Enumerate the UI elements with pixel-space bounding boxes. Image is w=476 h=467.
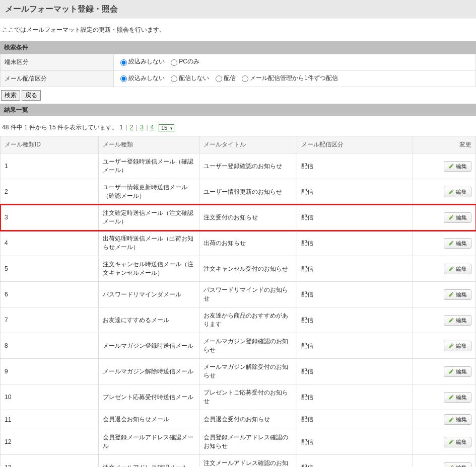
terminal-radio-pc[interactable]: PCのみ: [168, 57, 199, 66]
edit-icon: [448, 343, 454, 349]
th-mail-dist: メール配信区分: [297, 136, 413, 153]
edit-button[interactable]: 編集: [444, 414, 471, 425]
edit-icon: [448, 163, 454, 169]
edit-icon: [448, 291, 454, 297]
dist-radio-none[interactable]: 絞込みしない: [118, 74, 165, 83]
edit-button[interactable]: 編集: [444, 161, 471, 172]
th-edit: 変更: [413, 136, 476, 153]
cell-mail-dist: 配信: [297, 179, 413, 205]
dist-radio-send[interactable]: 配信: [213, 74, 236, 83]
cell-edit: 編集: [413, 282, 476, 307]
page-link[interactable]: 3: [140, 124, 144, 131]
edit-button[interactable]: 編集: [444, 289, 471, 300]
cell-mail-type: パスワードリマインダメール: [98, 282, 199, 307]
cell-mail-type: ユーザー情報更新時送信メール（確認メール）: [98, 179, 199, 205]
edit-icon: [448, 417, 454, 423]
search-button[interactable]: 検索: [1, 90, 20, 101]
cell-mail-title: 注文キャンセル受付のお知らせ: [199, 256, 297, 282]
terminal-radio-none[interactable]: 絞込みしない: [118, 57, 165, 66]
dist-radio-nosend-input[interactable]: [171, 75, 177, 82]
edit-button[interactable]: 編集: [444, 315, 471, 326]
dist-radio-peritem-input[interactable]: [242, 75, 248, 82]
cell-mail-id: 3: [1, 205, 99, 230]
th-mail-id: メール種類ID: [1, 136, 99, 153]
cell-mail-dist: 配信: [297, 384, 413, 410]
cell-mail-title: 会員登録メールアドレス確認のお知らせ: [199, 429, 297, 455]
edit-button-label: 編集: [456, 394, 467, 401]
cell-edit: 編集: [413, 205, 476, 230]
result-summary: 48 件中 1 件から 15 件を表示しています。: [2, 124, 118, 131]
dist-radio-nosend[interactable]: 配信しない: [168, 74, 209, 83]
edit-icon: [448, 368, 454, 374]
edit-button[interactable]: 編集: [444, 238, 471, 249]
edit-button[interactable]: 編集: [444, 366, 471, 377]
cell-edit: 編集: [413, 455, 476, 468]
cell-mail-title: パスワードリマインドのお知らせ: [199, 282, 297, 307]
edit-button[interactable]: 編集: [444, 462, 471, 468]
cell-mail-title: お友達から商品のおすすめがあります: [199, 307, 297, 333]
edit-button-label: 編集: [456, 188, 467, 196]
table-row: 3注文確定時送信メール（注文確認メール）注文受付のお知らせ配信編集: [1, 205, 476, 230]
dist-radio-none-input[interactable]: [120, 75, 127, 82]
terminal-radio-pc-input[interactable]: [171, 59, 177, 66]
cell-mail-title: プレゼントご応募受付のお知らせ: [199, 384, 297, 410]
dist-radio-peritem-label: メール配信管理から1件ずつ配信: [250, 74, 338, 83]
cell-mail-id: 10: [1, 384, 99, 410]
terminal-radio-none-label: 絞込みしない: [128, 57, 165, 66]
edit-button[interactable]: 編集: [444, 437, 471, 447]
cell-mail-id: 11: [1, 410, 99, 429]
dist-radio-peritem[interactable]: メール配信管理から1件ずつ配信: [239, 74, 338, 83]
table-row: 13注文メールアドレス確認メール注文メールアドレス確認のお知らせ配信編集: [1, 455, 476, 468]
page-link[interactable]: 4: [151, 124, 154, 131]
page-link[interactable]: 2: [130, 124, 133, 131]
cell-mail-type: メールマガジン解除時送信メール: [98, 359, 199, 384]
edit-button-label: 編集: [456, 163, 467, 170]
table-row: 4出荷処理時送信メール（出荷お知らせメール）出荷のお知らせ配信編集: [1, 230, 476, 256]
back-button[interactable]: 戻る: [22, 90, 41, 101]
cell-edit: 編集: [413, 384, 476, 410]
edit-icon: [448, 317, 454, 323]
distribution-type-label: メール配信区分: [1, 70, 114, 87]
page-description: ここではメールフォーマット設定の更新・照会を行います。: [0, 19, 476, 41]
edit-button[interactable]: 編集: [444, 212, 471, 223]
table-row: 11会員退会お知らせメール会員退会受付のお知らせ配信編集: [1, 410, 476, 429]
results-table: メール種類ID メール種類 メールタイトル メール配信区分 変更 1ユーザー登録…: [0, 136, 476, 467]
dist-radio-send-input[interactable]: [216, 75, 222, 82]
table-row: 5注文キャンセル時送信メール（注文キャンセルメール）注文キャンセル受付のお知らせ…: [1, 256, 476, 282]
cell-edit: 編集: [413, 359, 476, 384]
cell-mail-title: 注文メールアドレス確認のお知らせ: [199, 455, 297, 468]
terminal-radio-none-input[interactable]: [120, 59, 127, 66]
terminal-radio-pc-label: PCのみ: [179, 57, 199, 66]
edit-icon: [448, 464, 454, 467]
per-page-value: 15: [161, 125, 167, 131]
cell-edit: 編集: [413, 429, 476, 455]
page-current: 1: [119, 124, 123, 131]
cell-mail-type: 会員登録メールアドレス確認メール: [98, 429, 199, 455]
cell-mail-type: 注文確定時送信メール（注文確認メール）: [98, 205, 199, 230]
cell-edit: 編集: [413, 256, 476, 282]
per-page-select[interactable]: 15 ▾: [159, 124, 174, 131]
terminal-type-label: 端末区分: [1, 54, 114, 71]
table-row: 12会員登録メールアドレス確認メール会員登録メールアドレス確認のお知らせ配信編集: [1, 429, 476, 455]
cell-mail-dist: 配信: [297, 256, 413, 282]
page-title: メールフォーマット登録・照会: [0, 0, 476, 19]
cell-mail-dist: 配信: [297, 230, 413, 256]
edit-button-label: 編集: [456, 368, 467, 375]
edit-button-label: 編集: [456, 291, 467, 298]
edit-button[interactable]: 編集: [444, 392, 471, 403]
cell-mail-id: 7: [1, 307, 99, 333]
dist-radio-none-label: 絞込みしない: [128, 74, 165, 83]
cell-edit: 編集: [413, 230, 476, 256]
edit-icon: [448, 214, 454, 220]
cell-mail-id: 1: [1, 153, 99, 179]
edit-button-label: 編集: [456, 464, 467, 468]
table-row: 9メールマガジン解除時送信メールメールマガジン解除受付のお知らせ配信編集: [1, 359, 476, 384]
edit-button[interactable]: 編集: [444, 341, 471, 351]
cell-mail-title: ユーザー登録確認のお知らせ: [199, 153, 297, 179]
table-row: 7お友達にすすめるメールお友達から商品のおすすめがあります配信編集: [1, 307, 476, 333]
edit-button[interactable]: 編集: [444, 187, 471, 197]
cell-edit: 編集: [413, 307, 476, 333]
edit-button[interactable]: 編集: [444, 264, 471, 274]
cell-mail-title: ユーザー情報更新のお知らせ: [199, 179, 297, 205]
cell-mail-title: メールマガジン登録確認のお知らせ: [199, 333, 297, 359]
